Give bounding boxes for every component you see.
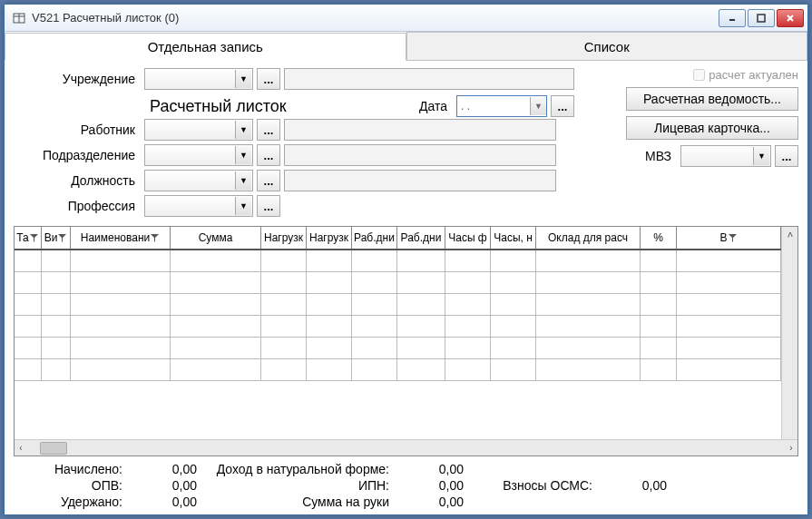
filter-icon [150,233,160,243]
profession-browse-button[interactable]: ... [257,195,280,217]
scroll-up-icon: ʌ [788,229,793,239]
table-row[interactable] [15,316,781,338]
close-button[interactable] [777,9,804,27]
chevron-down-icon: ▼ [753,147,769,165]
col-header[interactable]: % [641,227,677,249]
employee-display [284,119,556,141]
chevron-down-icon: ▼ [530,97,546,115]
titlebar: V521 Расчетный листок (0) [5,5,807,32]
tab-list[interactable]: Список [406,32,808,60]
table-row[interactable] [15,359,781,381]
value-opv: 0,00 [133,478,197,493]
label-income-kind: Доход в натуральной форме: [208,462,389,476]
window-controls [719,9,804,27]
value-withheld: 0,00 [133,495,197,509]
value-ipn: 0,00 [400,478,464,493]
filter-icon [29,233,39,243]
calc-actual-checkbox[interactable]: расчет актуален [693,68,798,82]
department-display [284,144,556,166]
grid-header: Та Ви Наименовани Сумма Нагрузк Нагрузк … [15,227,781,250]
institution-display [284,68,574,90]
app-icon [12,11,26,25]
label-institution: Учреждение [14,72,141,86]
col-header[interactable]: Нагрузк [307,227,352,249]
institution-dropdown[interactable]: ▼ [144,68,253,90]
label-employee: Работник [14,122,141,137]
mvz-browse-button[interactable]: ... [775,145,798,167]
scroll-thumb[interactable] [40,442,67,455]
chevron-down-icon: ▼ [235,171,251,190]
maximize-button[interactable] [748,9,775,27]
chevron-down-icon: ▼ [235,146,251,164]
col-header[interactable]: Та [15,227,42,249]
minimize-button[interactable] [719,9,746,27]
app-window: V521 Расчетный листок (0) Отдельная запи… [4,4,808,515]
date-browse-button[interactable]: ... [551,95,574,117]
horizontal-scrollbar[interactable]: ‹ › [15,439,797,455]
col-header[interactable]: В [677,227,781,249]
data-grid: Та Ви Наименовани Сумма Нагрузк Нагрузк … [14,226,798,456]
tab-bar: Отдельная запись Список [5,32,807,61]
value-income-kind: 0,00 [400,462,464,476]
col-header[interactable]: Оклад для расч [536,227,641,249]
content-area: Учреждение ▼ ... Расчетный листок Дата .… [5,61,807,514]
left-form: Учреждение ▼ ... Расчетный листок Дата .… [14,68,574,220]
col-header[interactable]: Раб.дни [397,227,445,249]
label-mvz: МВЗ [645,149,677,163]
profession-dropdown[interactable]: ▼ [144,195,253,217]
tab-single-record[interactable]: Отдельная запись [5,33,406,61]
form-area: Учреждение ▼ ... Расчетный листок Дата .… [14,68,798,220]
mvz-dropdown[interactable]: ▼ [680,145,771,167]
section-title: Расчетный листок [14,97,287,116]
table-row[interactable] [15,272,781,294]
chevron-down-icon: ▼ [235,197,251,215]
institution-browse-button[interactable]: ... [257,68,280,90]
department-dropdown[interactable]: ▼ [144,144,253,166]
label-date: Дата [419,99,453,113]
col-header[interactable]: Ви [42,227,71,249]
summary-panel: Начислено: 0,00 Доход в натуральной форм… [14,462,798,509]
label-withheld: Удержано: [14,495,122,509]
vertical-scrollbar[interactable]: ʌ [781,227,797,439]
filter-icon [57,233,67,243]
table-row[interactable] [15,294,781,316]
position-browse-button[interactable]: ... [257,170,280,191]
table-row[interactable] [15,250,781,272]
table-row[interactable] [15,338,781,359]
col-header[interactable]: Сумма [171,227,261,249]
label-osms: Взносы ОСМС: [474,478,592,493]
scroll-left-icon: ‹ [15,442,27,455]
checkbox-label: расчет актуален [709,68,798,82]
date-field[interactable]: . . ▼ [456,95,547,117]
position-dropdown[interactable]: ▼ [144,170,253,191]
col-header[interactable]: Нагрузк [261,227,307,249]
employee-browse-button[interactable]: ... [257,119,280,141]
grid-body[interactable] [15,250,781,439]
label-opv: ОПВ: [14,478,122,493]
col-header[interactable]: Раб.дни [352,227,397,249]
filter-icon [728,233,738,243]
label-net: Сумма на руки [208,495,389,509]
personal-card-button[interactable]: Лицевая карточка... [626,116,798,140]
label-accrued: Начислено: [14,462,122,476]
col-header[interactable]: Часы ф [445,227,491,249]
department-browse-button[interactable]: ... [257,144,280,166]
value-accrued: 0,00 [133,462,197,476]
value-osms: 0,00 [603,478,667,493]
col-header[interactable]: Наименовани [71,227,171,249]
scroll-right-icon: › [785,442,797,455]
window-title: V521 Расчетный листок (0) [32,11,719,24]
svg-rect-4 [758,15,765,22]
col-header[interactable]: Часы, н [491,227,536,249]
value-net: 0,00 [400,495,464,509]
position-display [284,170,556,191]
employee-dropdown[interactable]: ▼ [144,119,253,141]
chevron-down-icon: ▼ [235,121,251,139]
label-profession: Профессия [14,199,141,213]
date-value: . . [461,100,470,113]
payroll-sheet-button[interactable]: Расчетная ведомость... [626,87,798,111]
label-position: Должность [14,173,141,188]
label-ipn: ИПН: [208,478,389,493]
checkbox-icon [693,69,705,81]
right-column: расчет актуален Расчетная ведомость... Л… [626,68,798,220]
